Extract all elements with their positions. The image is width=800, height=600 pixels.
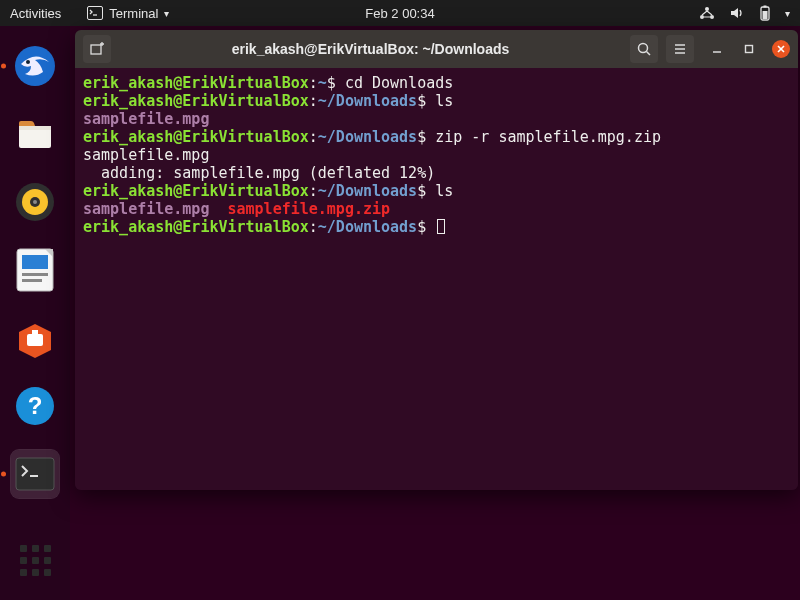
dock-rhythmbox[interactable] bbox=[11, 178, 59, 226]
search-button[interactable] bbox=[630, 35, 658, 63]
top-panel: Activities Terminal ▾ Feb 2 00:34 ▾ bbox=[0, 0, 800, 26]
thunderbird-icon bbox=[13, 44, 57, 88]
svg-rect-7 bbox=[763, 11, 768, 19]
prompt-user: erik_akash@ErikVirtualBox bbox=[83, 128, 309, 146]
help-icon: ? bbox=[13, 384, 57, 428]
dock-files[interactable] bbox=[11, 110, 59, 158]
close-button[interactable] bbox=[772, 40, 790, 58]
chevron-down-icon: ▾ bbox=[785, 8, 790, 19]
activities-button[interactable]: Activities bbox=[10, 6, 61, 21]
app-menu[interactable]: Terminal ▾ bbox=[87, 6, 169, 21]
cmd: cd Downloads bbox=[345, 74, 453, 92]
rhythmbox-icon bbox=[13, 180, 57, 224]
svg-point-4 bbox=[710, 15, 714, 19]
prompt-user: erik_akash@ErikVirtualBox bbox=[83, 92, 309, 110]
prompt-path: ~/Downloads bbox=[318, 182, 417, 200]
svg-rect-19 bbox=[22, 279, 42, 282]
cursor bbox=[437, 219, 445, 234]
svg-rect-26 bbox=[91, 45, 101, 54]
output-line: adding: samplefile.mpg (deflated 12%) bbox=[83, 164, 435, 182]
ls-file: samplefile.mpg bbox=[83, 110, 209, 128]
svg-line-30 bbox=[647, 52, 651, 56]
maximize-button[interactable] bbox=[740, 40, 758, 58]
prompt-user: erik_akash@ErikVirtualBox bbox=[83, 218, 309, 236]
maximize-icon bbox=[743, 43, 755, 55]
close-icon bbox=[775, 43, 787, 55]
prompt-user: erik_akash@ErikVirtualBox bbox=[83, 74, 309, 92]
cmd: ls bbox=[435, 92, 453, 110]
minimize-button[interactable] bbox=[708, 40, 726, 58]
menu-button[interactable] bbox=[666, 35, 694, 63]
volume-icon bbox=[729, 6, 745, 20]
prompt-user: erik_akash@ErikVirtualBox bbox=[83, 182, 309, 200]
svg-rect-35 bbox=[746, 46, 753, 53]
cmd: ls bbox=[435, 182, 453, 200]
minimize-icon bbox=[711, 43, 723, 55]
titlebar[interactable]: erik_akash@ErikVirtualBox: ~/Downloads bbox=[75, 30, 798, 68]
new-tab-button[interactable] bbox=[83, 35, 111, 63]
svg-rect-0 bbox=[88, 7, 103, 20]
svg-rect-24 bbox=[16, 458, 54, 490]
app-menu-label: Terminal bbox=[109, 6, 158, 21]
show-applications-button[interactable] bbox=[15, 540, 55, 580]
svg-rect-17 bbox=[22, 255, 48, 269]
svg-rect-11 bbox=[19, 126, 51, 130]
ls-file: samplefile.mpg bbox=[83, 200, 209, 218]
prompt-path: ~ bbox=[318, 74, 327, 92]
network-icon bbox=[699, 6, 715, 20]
terminal-output[interactable]: erik_akash@ErikVirtualBox:~$ cd Download… bbox=[75, 68, 798, 490]
svg-point-3 bbox=[700, 15, 704, 19]
system-tray[interactable]: ▾ bbox=[699, 5, 790, 21]
svg-rect-6 bbox=[764, 6, 767, 8]
ls-file: samplefile.mpg.zip bbox=[228, 200, 391, 218]
files-icon bbox=[13, 112, 57, 156]
search-icon bbox=[636, 41, 652, 57]
terminal-window: erik_akash@ErikVirtualBox: ~/Downloads e… bbox=[75, 30, 798, 490]
dock-libreoffice-writer[interactable] bbox=[11, 246, 59, 294]
svg-point-29 bbox=[639, 44, 648, 53]
terminal-icon bbox=[15, 457, 55, 491]
hamburger-icon bbox=[672, 41, 688, 57]
svg-point-15 bbox=[33, 200, 37, 204]
prompt-path: ~/Downloads bbox=[318, 128, 417, 146]
new-tab-icon bbox=[89, 41, 105, 57]
dock-ubuntu-software[interactable] bbox=[11, 314, 59, 362]
svg-point-9 bbox=[26, 60, 30, 64]
svg-rect-18 bbox=[22, 273, 48, 276]
writer-icon bbox=[15, 247, 55, 293]
window-controls bbox=[708, 40, 790, 58]
svg-point-2 bbox=[705, 7, 709, 11]
dock-help[interactable]: ? bbox=[11, 382, 59, 430]
clock[interactable]: Feb 2 00:34 bbox=[365, 6, 434, 21]
chevron-down-icon: ▾ bbox=[164, 8, 169, 19]
prompt-path: ~/Downloads bbox=[318, 218, 417, 236]
dock: ? bbox=[0, 26, 70, 600]
window-title: erik_akash@ErikVirtualBox: ~/Downloads bbox=[119, 41, 622, 57]
dock-thunderbird[interactable] bbox=[11, 42, 59, 90]
battery-icon bbox=[759, 5, 771, 21]
software-icon bbox=[13, 316, 57, 360]
svg-rect-21 bbox=[32, 330, 38, 336]
prompt-path: ~/Downloads bbox=[318, 92, 417, 110]
svg-text:?: ? bbox=[28, 392, 43, 419]
terminal-icon bbox=[87, 6, 103, 20]
dock-terminal[interactable] bbox=[11, 450, 59, 498]
